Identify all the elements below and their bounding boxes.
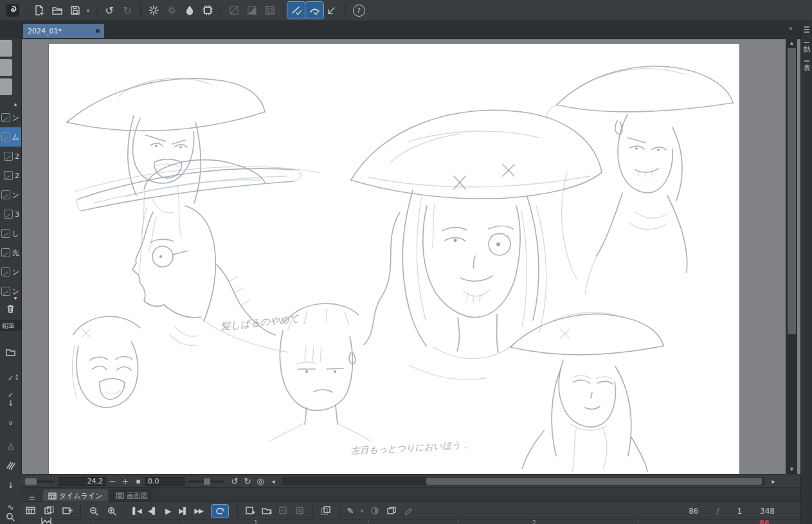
subtool-item[interactable]: 3 [0,204,21,224]
delete-subtool-trash-icon[interactable] [5,303,16,314]
zoom-slider-thumb[interactable] [25,478,37,485]
zoom-in-button[interactable]: + [119,476,132,486]
rotation-value-field[interactable]: 0.0 [145,477,185,486]
collapsed-palette-2[interactable] [0,59,12,76]
zoom-out-button[interactable]: − [106,476,119,486]
stepper-arrows-icon[interactable]: ▲▼ [15,373,18,381]
palette-tab-dash [804,42,809,43]
next-frame-button[interactable]: ▶▌ [176,505,191,517]
add-track-button[interactable] [59,506,77,516]
timeline-zoom-out-button[interactable] [85,506,103,516]
deselect-button[interactable] [225,2,243,19]
new-file-button[interactable] [30,2,48,19]
rotate-left-button[interactable]: ↺ [228,476,241,486]
camera-track-icon[interactable] [40,518,53,524]
subtool-item[interactable]: し [0,224,21,243]
new-cel-button[interactable] [242,506,258,516]
scroll-up-arrow[interactable]: ▲ [786,39,797,48]
vertical-scrollbar-thumb[interactable] [788,48,796,334]
scroll-down-arrow[interactable]: ▼ [786,465,797,474]
horizontal-scrollbar-thumb[interactable] [426,478,762,485]
loop-playback-button[interactable] [212,505,228,518]
onion-skin-button[interactable] [317,506,335,516]
main-toolbar: ∨ ↺ ↻ ? [0,0,812,21]
zoom-slider[interactable] [25,480,55,483]
new-cel-folder-button[interactable] [258,506,275,516]
save-button[interactable] [66,2,84,19]
zoom-value-field[interactable]: 24.2 [59,477,106,486]
document-tab[interactable]: 2024_01* [23,24,104,38]
edit-pen-icon[interactable]: ✎ [343,506,357,516]
magnifier-icon[interactable] [5,512,16,523]
ruler-tick [92,519,93,522]
selection-border-button[interactable] [261,2,279,19]
subtool-item[interactable]: 2 [0,147,21,166]
tab-timeline[interactable]: タイムライン [43,489,108,502]
timeline-settings-button[interactable] [41,506,59,516]
draw-on-cel-button[interactable] [400,506,417,516]
subtool-item[interactable]: 2 [0,166,21,185]
chevron-down-icon[interactable]: ∨ [0,419,21,426]
scroll-right-arrow[interactable]: ▸ [767,478,780,485]
subtool-item[interactable]: ン [0,185,21,204]
tab-list-chevron[interactable]: ∨ [786,25,796,32]
reset-rotation-button[interactable]: ◎ [254,476,267,486]
subtool-item[interactable]: ン [0,262,21,282]
down-arrow-icon[interactable]: ↓ [0,399,21,408]
fit-to-screen-button[interactable]: ■ [132,479,145,484]
go-to-start-button[interactable]: ▌◀ [129,505,145,517]
folder-icon[interactable] [5,347,16,358]
subtool-scroll-down-icon[interactable]: ▼ [12,296,19,300]
delete-cel-button[interactable] [292,506,309,516]
rotation-slider-thumb[interactable] [204,478,210,485]
edit-pen-dropdown-chevron[interactable]: ∨ [357,508,366,514]
clear-button[interactable] [145,2,163,19]
clear-outside-selection-button[interactable] [163,2,181,19]
previous-frame-button[interactable]: ◀▌ [145,505,160,517]
layer-panel-button[interactable] [383,506,400,516]
save-dropdown-chevron[interactable]: ∨ [84,8,92,14]
help-button[interactable]: ? [350,2,368,19]
timeline-menu-icon[interactable]: ≡ [21,492,43,502]
rotate-right-button[interactable]: ↻ [241,476,254,486]
collapsed-palette-1[interactable] [0,40,12,57]
subtool-item[interactable]: ン [0,108,21,127]
new-timeline-button[interactable] [21,506,41,516]
rail-menu-icon[interactable] [801,24,812,35]
tab-screen-view[interactable]: 画面図 [111,489,153,502]
subtool-item[interactable]: 先 [0,243,21,262]
play-button[interactable]: ▶ [160,505,176,517]
down-arrow-icon-2[interactable]: ↓ [0,481,21,490]
redo-button[interactable]: ↻ [118,2,136,19]
app-logo-icon[interactable] [4,2,22,19]
snap-to-special-ruler-button[interactable] [305,2,323,19]
collapsed-palette-3[interactable] [0,78,12,95]
palette-tab-effects[interactable]: 効 [801,42,812,54]
open-file-button[interactable] [48,2,66,19]
snap-to-ruler-button[interactable] [287,2,305,19]
rotation-slider[interactable] [188,480,224,483]
go-to-end-button[interactable]: ▶▶ [191,505,206,517]
scroll-left-arrow[interactable]: ◂ [267,478,280,485]
subtool-icon [4,171,13,180]
vertical-scrollbar[interactable]: ▲ ▼ [786,39,797,474]
snap-to-grid-button[interactable] [323,2,341,19]
canvas-frame-button[interactable] [199,2,217,19]
palette-tab-display[interactable]: 表 [801,60,812,73]
hatching-icon[interactable] [5,460,15,471]
specify-cel-button[interactable] [275,506,292,516]
timeline-zoom-in-button[interactable] [103,506,121,516]
curve-tool-icon[interactable]: ∿ [0,503,21,512]
lightbox-button[interactable] [366,506,383,516]
canvas[interactable]: 髪しばるのやめて [49,44,739,474]
subtool-item-selected[interactable]: ム [0,127,21,147]
fill-button[interactable] [181,2,199,19]
horizontal-scrollbar[interactable] [282,477,764,485]
subtool-scroll-up-icon[interactable]: ▲ [12,102,19,106]
checkmark-icon[interactable]: ✓ [0,374,21,383]
invert-selection-button[interactable] [243,2,261,19]
timeline-frame-ruler[interactable]: 1 2 86 [21,519,800,524]
undo-button[interactable]: ↺ [100,2,118,19]
subtool-group-header[interactable]: 鉛筆 [0,320,21,331]
triangle-icon[interactable]: △ [0,441,21,450]
